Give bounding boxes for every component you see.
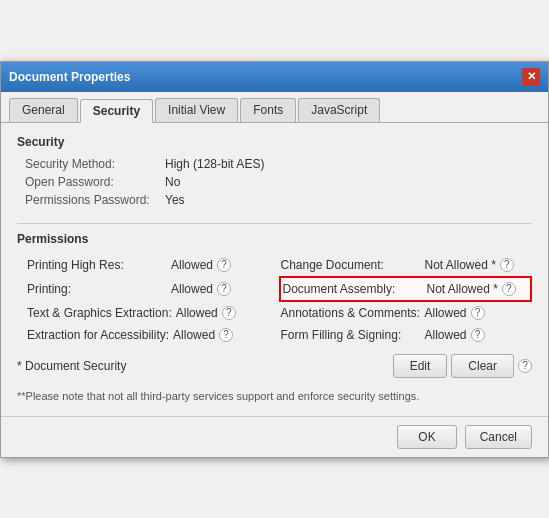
- tab-general[interactable]: General: [9, 98, 78, 122]
- perm-label-annotations: Annotations & Comments:: [281, 306, 421, 320]
- security-info: Security Method: High (128-bit AES) Open…: [25, 157, 532, 207]
- perm-row-change-document-right: Change Document: Not Allowed * ?: [279, 254, 533, 276]
- edit-button[interactable]: Edit: [393, 354, 448, 378]
- perm-value-printing-high-res: Allowed: [171, 258, 213, 272]
- perm-row-text-graphics-left: Text & Graphics Extraction: Allowed ?: [25, 302, 279, 324]
- permissions-password-label: Permissions Password:: [25, 193, 165, 207]
- permissions-section-title: Permissions: [17, 232, 532, 246]
- asterisk-note: * Document Security: [17, 359, 389, 373]
- security-method-row: Security Method: High (128-bit AES): [25, 157, 532, 171]
- tab-content: Security Security Method: High (128-bit …: [1, 123, 548, 390]
- perm-label-extraction: Extraction for Accessibility:: [27, 328, 169, 342]
- perm-value-extraction: Allowed: [173, 328, 215, 342]
- permissions-password-value: Yes: [165, 193, 185, 207]
- perm-label-printing: Printing:: [27, 282, 167, 296]
- perm-label-text-graphics: Text & Graphics Extraction:: [27, 306, 172, 320]
- tab-bar: General Security Initial View Fonts Java…: [1, 92, 548, 123]
- help-icon-printing[interactable]: ?: [217, 282, 231, 296]
- security-section-title: Security: [17, 135, 532, 149]
- dialog-title: Document Properties: [9, 70, 130, 84]
- help-icon-annotations[interactable]: ?: [471, 306, 485, 320]
- security-method-value: High (128-bit AES): [165, 157, 264, 171]
- permissions-grid: Printing High Res: Allowed ? Change Docu…: [25, 254, 532, 346]
- help-icon-action[interactable]: ?: [518, 359, 532, 373]
- security-method-label: Security Method:: [25, 157, 165, 171]
- perm-value-form-filling: Allowed: [425, 328, 467, 342]
- tab-initial-view[interactable]: Initial View: [155, 98, 238, 122]
- close-button[interactable]: ✕: [522, 68, 540, 86]
- document-properties-dialog: Document Properties ✕ General Security I…: [0, 61, 549, 458]
- open-password-row: Open Password: No: [25, 175, 532, 189]
- permissions-password-row: Permissions Password: Yes: [25, 193, 532, 207]
- perm-row-printing-high-res-left: Printing High Res: Allowed ?: [25, 254, 279, 276]
- title-bar: Document Properties ✕: [1, 62, 548, 92]
- perm-label-change-document: Change Document:: [281, 258, 421, 272]
- ok-button[interactable]: OK: [397, 425, 456, 449]
- perm-label-printing-high-res: Printing High Res:: [27, 258, 167, 272]
- open-password-value: No: [165, 175, 180, 189]
- perm-value-change-document: Not Allowed *: [425, 258, 496, 272]
- help-icon-form-filling[interactable]: ?: [471, 328, 485, 342]
- perm-label-form-filling: Form Filling & Signing:: [281, 328, 421, 342]
- perm-label-document-assembly: Document Assembly:: [283, 282, 423, 296]
- help-icon-change-document[interactable]: ?: [500, 258, 514, 272]
- perm-value-annotations: Allowed: [425, 306, 467, 320]
- help-icon-extraction[interactable]: ?: [219, 328, 233, 342]
- help-icon-document-assembly[interactable]: ?: [502, 282, 516, 296]
- tab-security[interactable]: Security: [80, 99, 153, 123]
- tab-fonts[interactable]: Fonts: [240, 98, 296, 122]
- perm-value-printing: Allowed: [171, 282, 213, 296]
- help-icon-printing-high-res[interactable]: ?: [217, 258, 231, 272]
- bottom-bar: OK Cancel: [1, 416, 548, 457]
- bottom-note: **Please note that not all third-party s…: [1, 390, 548, 408]
- divider: [17, 223, 532, 224]
- help-icon-text-graphics[interactable]: ?: [222, 306, 236, 320]
- clear-button[interactable]: Clear: [451, 354, 514, 378]
- tab-javascript[interactable]: JavaScript: [298, 98, 380, 122]
- open-password-label: Open Password:: [25, 175, 165, 189]
- perm-row-extraction-left: Extraction for Accessibility: Allowed ?: [25, 324, 279, 346]
- perm-value-document-assembly: Not Allowed *: [427, 282, 498, 296]
- perm-row-annotations-right: Annotations & Comments: Allowed ?: [279, 302, 533, 324]
- perm-row-document-assembly-right: Document Assembly: Not Allowed * ?: [279, 276, 533, 302]
- cancel-button[interactable]: Cancel: [465, 425, 532, 449]
- perm-value-text-graphics: Allowed: [176, 306, 218, 320]
- perm-row-form-filling-right: Form Filling & Signing: Allowed ?: [279, 324, 533, 346]
- action-row: * Document Security Edit Clear ?: [17, 354, 532, 378]
- perm-row-printing-left: Printing: Allowed ?: [25, 276, 279, 302]
